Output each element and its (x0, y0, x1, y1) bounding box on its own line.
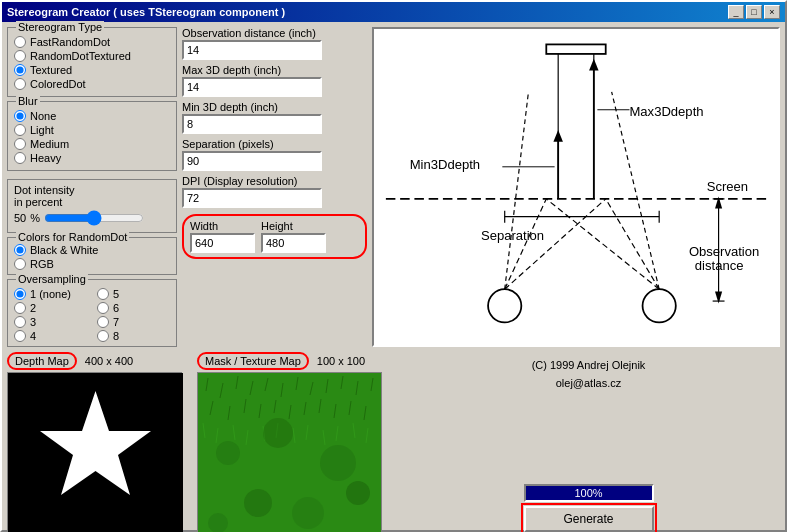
stereogram-type-radio-group: FastRandomDot RandomDotTextured Textured… (14, 36, 170, 90)
radio-over-8[interactable]: 8 (97, 330, 170, 342)
radio-over-6-input[interactable] (97, 302, 109, 314)
height-col: Height (261, 220, 326, 253)
texture-map-grass-svg (198, 373, 382, 532)
oversampling-grid: 1 (none) 5 2 6 (14, 288, 170, 342)
radio-blur-medium-label: Medium (30, 138, 69, 150)
max-depth-field: Max 3D depth (inch) (182, 64, 367, 97)
radio-fast-random-dot-label: FastRandomDot (30, 36, 110, 48)
radio-over-1-input[interactable] (14, 288, 26, 300)
radio-over-1[interactable]: 1 (none) (14, 288, 87, 300)
dot-intensity-slider-row: 50 % (14, 210, 170, 226)
radio-random-dot-textured[interactable]: RandomDotTextured (14, 50, 170, 62)
close-button[interactable]: × (764, 5, 780, 19)
svg-line-10 (606, 199, 659, 289)
svg-point-73 (244, 489, 272, 517)
max-depth-input[interactable] (182, 77, 322, 97)
max-depth-label: Max 3D depth (inch) (182, 64, 367, 76)
radio-over-3-label: 3 (30, 316, 36, 328)
min-depth-label: Min 3D depth (inch) (182, 101, 367, 113)
svg-point-6 (643, 289, 676, 322)
oversampling-label: Oversampling (16, 273, 88, 285)
radio-random-dot-textured-input[interactable] (14, 50, 26, 62)
texture-map-image[interactable] (197, 372, 382, 532)
radio-over-5[interactable]: 5 (97, 288, 170, 300)
radio-bw-label: Black & White (30, 244, 98, 256)
generate-button[interactable]: Generate (524, 506, 654, 532)
radio-colored-dot[interactable]: ColoredDot (14, 78, 170, 90)
radio-rgb-input[interactable] (14, 258, 26, 270)
main-window: Stereogram Creator ( uses TStereogram co… (0, 0, 787, 532)
radio-blur-heavy[interactable]: Heavy (14, 152, 170, 164)
radio-fast-random-dot-input[interactable] (14, 36, 26, 48)
radio-over-5-input[interactable] (97, 288, 109, 300)
radio-blur-none-input[interactable] (14, 110, 26, 122)
bottom-row: Depth Map 400 x 400 Mask / Texture Map 1… (2, 352, 785, 532)
radio-over-3-input[interactable] (14, 316, 26, 328)
dot-intensity-label: Dot intensity in percent (14, 184, 170, 208)
svg-rect-2 (546, 44, 605, 54)
radio-blur-light[interactable]: Light (14, 124, 170, 136)
stereogram-type-label: Stereogram Type (16, 21, 104, 33)
radio-over-7-label: 7 (113, 316, 119, 328)
svg-line-12 (612, 92, 660, 289)
radio-over-1-label: 1 (none) (30, 288, 71, 300)
svg-point-71 (263, 418, 293, 448)
maximize-button[interactable]: □ (746, 5, 762, 19)
texture-map-header: Mask / Texture Map 100 x 100 (197, 352, 392, 370)
radio-over-3[interactable]: 3 (14, 316, 87, 328)
svg-line-9 (546, 199, 659, 289)
radio-random-dot-textured-label: RandomDotTextured (30, 50, 131, 62)
radio-blur-medium[interactable]: Medium (14, 138, 170, 150)
radio-over-5-label: 5 (113, 288, 119, 300)
depth-map-image[interactable] (7, 372, 182, 532)
radio-blur-light-input[interactable] (14, 124, 26, 136)
radio-over-2[interactable]: 2 (14, 302, 87, 314)
radio-blur-medium-input[interactable] (14, 138, 26, 150)
dpi-input[interactable] (182, 188, 322, 208)
radio-over-6-label: 6 (113, 302, 119, 314)
min-depth-input[interactable] (182, 114, 322, 134)
dot-intensity-value: 50 (14, 212, 26, 224)
radio-over-4[interactable]: 4 (14, 330, 87, 342)
obs-distance-field: Observation distance (inch) (182, 27, 367, 60)
progress-bar-outer: 100% (524, 484, 654, 502)
radio-textured[interactable]: Textured (14, 64, 170, 76)
svg-marker-18 (589, 59, 599, 71)
radio-blur-heavy-input[interactable] (14, 152, 26, 164)
radio-bw[interactable]: Black & White (14, 244, 170, 256)
min-depth-field: Min 3D depth (inch) (182, 101, 367, 134)
width-input[interactable] (190, 233, 255, 253)
svg-point-5 (488, 289, 521, 322)
diagram-panel: Screen (372, 27, 780, 347)
depth-map-header: Depth Map 400 x 400 (7, 352, 192, 370)
radio-textured-input[interactable] (14, 64, 26, 76)
email-text: olej@atlas.cz (402, 375, 775, 393)
height-label: Height (261, 220, 326, 232)
radio-fast-random-dot[interactable]: FastRandomDot (14, 36, 170, 48)
radio-over-2-input[interactable] (14, 302, 26, 314)
progress-area: 100% Generate (402, 484, 775, 532)
window-title: Stereogram Creator ( uses TStereogram co… (7, 6, 285, 18)
left-panel: Stereogram Type FastRandomDot RandomDotT… (7, 27, 177, 347)
width-label: Width (190, 220, 255, 232)
svg-point-70 (216, 441, 240, 465)
radio-bw-input[interactable] (14, 244, 26, 256)
texture-map-section: Mask / Texture Map 100 x 100 (197, 352, 392, 532)
radio-over-6[interactable]: 6 (97, 302, 170, 314)
radio-over-8-input[interactable] (97, 330, 109, 342)
obs-distance-label: Observation distance (inch) (182, 27, 367, 39)
dot-intensity-slider[interactable] (44, 210, 144, 226)
radio-over-7[interactable]: 7 (97, 316, 170, 328)
radio-over-7-input[interactable] (97, 316, 109, 328)
minimize-button[interactable]: _ (728, 5, 744, 19)
separation-input[interactable] (182, 151, 322, 171)
radio-colored-dot-input[interactable] (14, 78, 26, 90)
title-bar: Stereogram Creator ( uses TStereogram co… (2, 2, 785, 22)
height-input[interactable] (261, 233, 326, 253)
radio-rgb[interactable]: RGB (14, 258, 170, 270)
radio-blur-none[interactable]: None (14, 110, 170, 122)
obs-distance-input[interactable] (182, 40, 322, 60)
wh-row: Width Height (190, 220, 359, 253)
radio-over-4-input[interactable] (14, 330, 26, 342)
svg-point-74 (292, 497, 324, 529)
